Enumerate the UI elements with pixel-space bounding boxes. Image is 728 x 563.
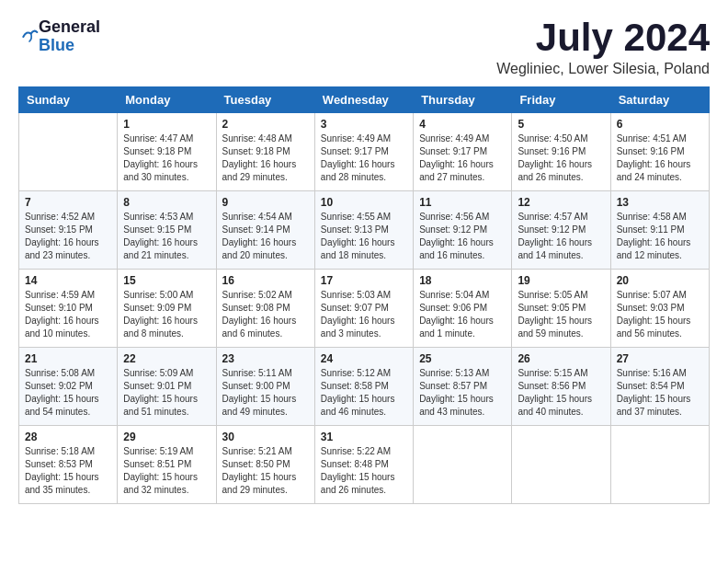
logo-general: General [39, 18, 100, 37]
calendar-cell: 26Sunrise: 5:15 AM Sunset: 8:56 PM Dayli… [512, 348, 610, 426]
calendar-cell: 30Sunrise: 5:21 AM Sunset: 8:50 PM Dayli… [216, 426, 314, 504]
month-year-title: July 2024 [496, 18, 710, 57]
day-number: 26 [518, 352, 604, 365]
calendar-cell: 12Sunrise: 4:57 AM Sunset: 9:12 PM Dayli… [512, 191, 610, 270]
day-number: 10 [321, 196, 407, 209]
cell-content: Sunrise: 5:04 AM Sunset: 9:06 PM Dayligh… [419, 289, 506, 340]
logo-blue: Blue [39, 37, 100, 55]
week-row-1: 1Sunrise: 4:47 AM Sunset: 9:18 PM Daylig… [19, 113, 710, 191]
cell-content: Sunrise: 4:50 AM Sunset: 9:16 PM Dayligh… [518, 132, 604, 184]
day-number: 29 [123, 431, 210, 443]
cell-content: Sunrise: 5:07 AM Sunset: 9:03 PM Dayligh… [617, 289, 703, 340]
calendar-cell: 24Sunrise: 5:12 AM Sunset: 8:58 PM Dayli… [314, 348, 413, 426]
calendar-cell: 19Sunrise: 5:05 AM Sunset: 9:05 PM Dayli… [512, 270, 610, 348]
calendar-cell [512, 426, 610, 504]
cell-content: Sunrise: 5:09 AM Sunset: 9:01 PM Dayligh… [123, 367, 210, 419]
day-number: 13 [617, 196, 703, 209]
cell-content: Sunrise: 5:18 AM Sunset: 8:53 PM Dayligh… [25, 445, 111, 497]
calendar-cell: 8Sunrise: 4:53 AM Sunset: 9:15 PM Daylig… [118, 191, 216, 270]
day-number: 28 [25, 431, 111, 443]
calendar-cell: 7Sunrise: 4:52 AM Sunset: 9:15 PM Daylig… [19, 191, 118, 270]
weekday-header-monday: Monday [118, 87, 216, 113]
week-row-5: 28Sunrise: 5:18 AM Sunset: 8:53 PM Dayli… [19, 426, 710, 504]
cell-content: Sunrise: 4:52 AM Sunset: 9:15 PM Dayligh… [25, 211, 111, 262]
cell-content: Sunrise: 4:48 AM Sunset: 9:18 PM Dayligh… [222, 132, 309, 184]
cell-content: Sunrise: 5:19 AM Sunset: 8:51 PM Dayligh… [123, 445, 210, 497]
calendar-cell: 15Sunrise: 5:00 AM Sunset: 9:09 PM Dayli… [118, 270, 216, 348]
cell-content: Sunrise: 4:49 AM Sunset: 9:17 PM Dayligh… [419, 132, 506, 184]
cell-content: Sunrise: 4:53 AM Sunset: 9:15 PM Dayligh… [123, 211, 210, 262]
cell-content: Sunrise: 4:58 AM Sunset: 9:11 PM Dayligh… [617, 211, 703, 262]
calendar-cell: 21Sunrise: 5:08 AM Sunset: 9:02 PM Dayli… [19, 348, 118, 426]
calendar-cell: 13Sunrise: 4:58 AM Sunset: 9:11 PM Dayli… [610, 191, 709, 270]
day-number: 21 [25, 352, 111, 365]
cell-content: Sunrise: 5:11 AM Sunset: 9:00 PM Dayligh… [222, 367, 309, 419]
cell-content: Sunrise: 5:08 AM Sunset: 9:02 PM Dayligh… [25, 367, 111, 419]
calendar-cell: 4Sunrise: 4:49 AM Sunset: 9:17 PM Daylig… [414, 113, 512, 191]
cell-content: Sunrise: 4:57 AM Sunset: 9:12 PM Dayligh… [518, 211, 604, 262]
day-number: 9 [222, 196, 309, 209]
day-number: 3 [321, 118, 407, 131]
cell-content: Sunrise: 5:05 AM Sunset: 9:05 PM Dayligh… [518, 289, 604, 340]
calendar-cell: 2Sunrise: 4:48 AM Sunset: 9:18 PM Daylig… [216, 113, 314, 191]
day-number: 5 [518, 118, 604, 131]
day-number: 27 [617, 352, 703, 365]
calendar-cell: 25Sunrise: 5:13 AM Sunset: 8:57 PM Dayli… [414, 348, 512, 426]
calendar-table: SundayMondayTuesdayWednesdayThursdayFrid… [18, 86, 710, 504]
cell-content: Sunrise: 4:59 AM Sunset: 9:10 PM Dayligh… [25, 289, 111, 340]
day-number: 17 [321, 274, 407, 287]
cell-content: Sunrise: 5:22 AM Sunset: 8:48 PM Dayligh… [321, 445, 407, 497]
day-number: 4 [419, 118, 506, 131]
calendar-cell: 3Sunrise: 4:49 AM Sunset: 9:17 PM Daylig… [314, 113, 413, 191]
day-number: 31 [321, 431, 407, 443]
cell-content: Sunrise: 4:49 AM Sunset: 9:17 PM Dayligh… [321, 132, 407, 184]
weekday-header-saturday: Saturday [610, 87, 709, 113]
calendar-cell: 22Sunrise: 5:09 AM Sunset: 9:01 PM Dayli… [118, 348, 216, 426]
calendar-cell: 6Sunrise: 4:51 AM Sunset: 9:16 PM Daylig… [610, 113, 709, 191]
cell-content: Sunrise: 4:51 AM Sunset: 9:16 PM Dayligh… [617, 132, 703, 184]
cell-content: Sunrise: 4:54 AM Sunset: 9:14 PM Dayligh… [222, 211, 309, 262]
weekday-header-thursday: Thursday [414, 87, 512, 113]
cell-content: Sunrise: 4:47 AM Sunset: 9:18 PM Dayligh… [123, 132, 210, 184]
calendar-cell: 23Sunrise: 5:11 AM Sunset: 9:00 PM Dayli… [216, 348, 314, 426]
day-number: 11 [419, 196, 506, 209]
weekday-header-friday: Friday [512, 87, 610, 113]
day-number: 20 [617, 274, 703, 287]
day-number: 6 [617, 118, 703, 131]
day-number: 30 [222, 431, 309, 443]
day-number: 12 [518, 196, 604, 209]
day-number: 14 [25, 274, 111, 287]
day-number: 7 [25, 196, 111, 209]
calendar-cell: 9Sunrise: 4:54 AM Sunset: 9:14 PM Daylig… [216, 191, 314, 270]
calendar-cell: 18Sunrise: 5:04 AM Sunset: 9:06 PM Dayli… [414, 270, 512, 348]
day-number: 24 [321, 352, 407, 365]
calendar-cell: 29Sunrise: 5:19 AM Sunset: 8:51 PM Dayli… [118, 426, 216, 504]
weekday-header-row: SundayMondayTuesdayWednesdayThursdayFrid… [19, 87, 710, 113]
calendar-cell: 10Sunrise: 4:55 AM Sunset: 9:13 PM Dayli… [314, 191, 413, 270]
week-row-2: 7Sunrise: 4:52 AM Sunset: 9:15 PM Daylig… [19, 191, 710, 270]
header: General Blue July 2024 Wegliniec, Lower … [18, 18, 710, 77]
day-number: 25 [419, 352, 506, 365]
day-number: 1 [123, 118, 210, 131]
day-number: 2 [222, 118, 309, 131]
calendar-cell: 5Sunrise: 4:50 AM Sunset: 9:16 PM Daylig… [512, 113, 610, 191]
title-area: July 2024 Wegliniec, Lower Silesia, Pola… [496, 18, 710, 77]
day-number: 16 [222, 274, 309, 287]
logo: General Blue [18, 18, 100, 55]
calendar-cell [19, 113, 118, 191]
cell-content: Sunrise: 5:02 AM Sunset: 9:08 PM Dayligh… [222, 289, 309, 340]
weekday-header-wednesday: Wednesday [314, 87, 413, 113]
calendar-cell: 17Sunrise: 5:03 AM Sunset: 9:07 PM Dayli… [314, 270, 413, 348]
week-row-4: 21Sunrise: 5:08 AM Sunset: 9:02 PM Dayli… [19, 348, 710, 426]
cell-content: Sunrise: 4:56 AM Sunset: 9:12 PM Dayligh… [419, 211, 506, 262]
calendar-cell: 11Sunrise: 4:56 AM Sunset: 9:12 PM Dayli… [414, 191, 512, 270]
day-number: 15 [123, 274, 210, 287]
day-number: 8 [123, 196, 210, 209]
weekday-header-sunday: Sunday [19, 87, 118, 113]
calendar-cell: 28Sunrise: 5:18 AM Sunset: 8:53 PM Dayli… [19, 426, 118, 504]
cell-content: Sunrise: 5:12 AM Sunset: 8:58 PM Dayligh… [321, 367, 407, 419]
cell-content: Sunrise: 5:15 AM Sunset: 8:56 PM Dayligh… [518, 367, 604, 419]
cell-content: Sunrise: 5:21 AM Sunset: 8:50 PM Dayligh… [222, 445, 309, 497]
weekday-header-tuesday: Tuesday [216, 87, 314, 113]
day-number: 23 [222, 352, 309, 365]
